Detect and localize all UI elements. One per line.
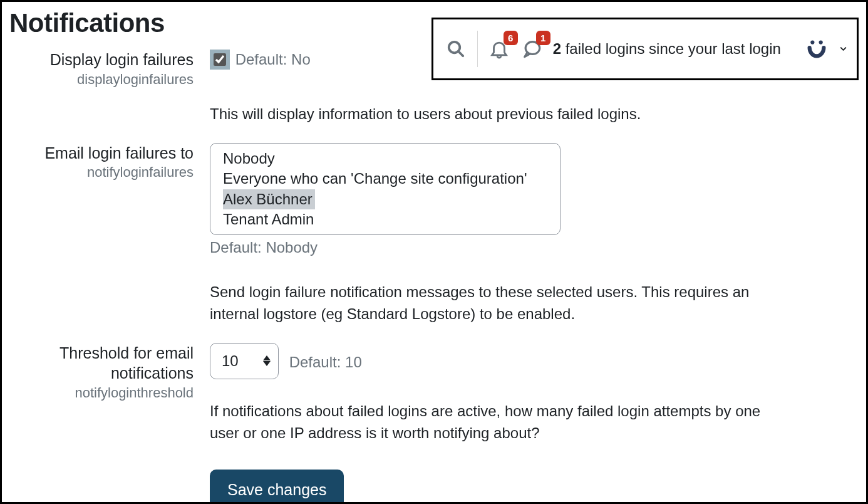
setting-label: Display login failures (9, 50, 194, 70)
failed-login-notice[interactable]: 2 failed logins since your last login (553, 40, 781, 58)
failed-login-count: 2 (553, 40, 561, 57)
setting-key: notifyloginfailures (9, 163, 194, 182)
chevron-down-icon[interactable] (839, 44, 848, 54)
list-option[interactable]: Nobody (223, 149, 547, 169)
notifyloginfailures-listbox[interactable]: Nobody Everyone who can 'Change site con… (210, 143, 561, 236)
setting-key: displayloginfailures (9, 70, 194, 89)
search-icon (447, 39, 465, 58)
search-button[interactable] (445, 37, 467, 61)
setting-description: Send login failure notification messages… (210, 281, 785, 325)
messages-badge: 1 (536, 31, 550, 45)
default-hint: Default: No (235, 51, 311, 68)
displayloginfailures-checkbox[interactable] (214, 53, 226, 66)
setting-label: Threshold for email notifications (9, 343, 194, 384)
header-bar: 6 1 2 failed logins since your last logi… (431, 18, 859, 80)
svg-point-3 (819, 40, 822, 44)
setting-key: notifyloginthreshold (9, 384, 194, 402)
threshold-value: 10 (222, 352, 239, 370)
setting-description: If notifications about failed logins are… (210, 401, 785, 444)
svg-point-2 (810, 40, 814, 44)
list-option-selected[interactable]: Alex Büchner (223, 189, 315, 209)
svg-line-1 (458, 51, 463, 56)
failed-login-suffix: failed logins since your last login (561, 40, 781, 57)
setting-description: This will display information to users a… (210, 103, 785, 125)
displayloginfailures-checkbox-wrap (210, 50, 230, 70)
stepper-icon (263, 355, 271, 366)
notifications-button[interactable]: 6 (488, 37, 510, 61)
setting-notifyloginthreshold: Threshold for email notifications notify… (9, 343, 859, 504)
notifications-badge: 6 (504, 31, 518, 45)
list-option[interactable]: Tenant Admin (223, 209, 547, 229)
threshold-select[interactable]: 10 (210, 343, 279, 379)
default-hint: Default: 10 (289, 354, 362, 370)
divider (477, 31, 478, 67)
messages-button[interactable]: 1 (520, 37, 543, 61)
user-menu-avatar[interactable] (805, 36, 829, 61)
svg-marker-5 (263, 361, 271, 366)
list-option[interactable]: Everyone who can 'Change site configurat… (223, 169, 547, 189)
setting-label: Email login failures to (9, 143, 194, 164)
default-hint: Default: Nobody (210, 239, 798, 256)
svg-marker-4 (263, 355, 271, 360)
save-button[interactable]: Save changes (210, 470, 344, 504)
setting-notifyloginfailures: Email login failures to notifyloginfailu… (9, 143, 859, 325)
avatar-icon (805, 37, 829, 61)
